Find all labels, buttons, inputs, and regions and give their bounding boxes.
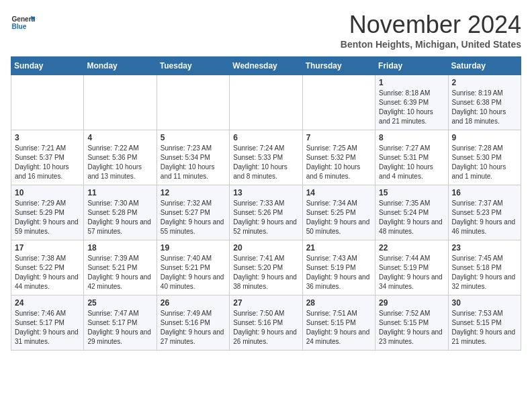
day-info: Sunrise: 7:27 AM Sunset: 5:31 PM Dayligh… xyxy=(379,144,444,181)
calendar-cell: 9Sunrise: 7:28 AM Sunset: 5:30 PM Daylig… xyxy=(448,130,521,185)
calendar-cell: 24Sunrise: 7:46 AM Sunset: 5:17 PM Dayli… xyxy=(11,295,84,351)
day-info: Sunrise: 7:23 AM Sunset: 5:34 PM Dayligh… xyxy=(161,144,226,181)
calendar-header-row: SundayMondayTuesdayWednesdayThursdayFrid… xyxy=(11,57,521,75)
header-sunday: Sunday xyxy=(11,57,84,75)
day-number: 29 xyxy=(379,298,444,308)
day-number: 30 xyxy=(452,298,517,308)
day-number: 11 xyxy=(87,188,152,197)
day-info: Sunrise: 7:45 AM Sunset: 5:18 PM Dayligh… xyxy=(452,254,517,291)
day-number: 7 xyxy=(306,133,371,142)
day-number: 4 xyxy=(87,133,152,142)
day-info: Sunrise: 7:46 AM Sunset: 5:17 PM Dayligh… xyxy=(15,309,80,347)
day-info: Sunrise: 7:53 AM Sunset: 5:15 PM Dayligh… xyxy=(452,309,517,347)
calendar-cell: 13Sunrise: 7:33 AM Sunset: 5:26 PM Dayli… xyxy=(230,185,302,240)
day-number: 1 xyxy=(379,78,444,87)
day-number: 13 xyxy=(233,188,298,197)
day-number: 9 xyxy=(452,133,517,142)
day-number: 3 xyxy=(15,133,80,142)
day-number: 22 xyxy=(379,243,444,253)
day-number: 21 xyxy=(306,243,371,253)
day-number: 23 xyxy=(452,243,517,253)
day-info: Sunrise: 7:47 AM Sunset: 5:17 PM Dayligh… xyxy=(87,309,152,347)
day-info: Sunrise: 7:52 AM Sunset: 5:15 PM Dayligh… xyxy=(379,309,444,347)
calendar-cell: 17Sunrise: 7:38 AM Sunset: 5:22 PM Dayli… xyxy=(11,240,84,295)
calendar-cell: 11Sunrise: 7:30 AM Sunset: 5:28 PM Dayli… xyxy=(84,185,157,240)
calendar-cell: 7Sunrise: 7:25 AM Sunset: 5:32 PM Daylig… xyxy=(302,130,375,185)
day-number: 25 xyxy=(87,298,152,308)
calendar-cell: 4Sunrise: 7:22 AM Sunset: 5:36 PM Daylig… xyxy=(84,130,157,185)
calendar-cell: 19Sunrise: 7:40 AM Sunset: 5:21 PM Dayli… xyxy=(157,240,229,295)
calendar-cell: 29Sunrise: 7:52 AM Sunset: 5:15 PM Dayli… xyxy=(375,295,448,351)
header-saturday: Saturday xyxy=(448,57,521,75)
calendar-cell: 6Sunrise: 7:24 AM Sunset: 5:33 PM Daylig… xyxy=(230,130,302,185)
calendar-cell: 16Sunrise: 7:37 AM Sunset: 5:23 PM Dayli… xyxy=(448,185,521,240)
day-number: 2 xyxy=(452,78,517,87)
day-number: 6 xyxy=(233,133,298,142)
calendar-cell: 2Sunrise: 8:19 AM Sunset: 6:38 PM Daylig… xyxy=(448,75,521,130)
day-info: Sunrise: 7:24 AM Sunset: 5:33 PM Dayligh… xyxy=(233,144,298,181)
calendar-table: SundayMondayTuesdayWednesdayThursdayFrid… xyxy=(11,56,521,351)
header-tuesday: Tuesday xyxy=(157,57,229,75)
calendar-cell: 8Sunrise: 7:27 AM Sunset: 5:31 PM Daylig… xyxy=(375,130,448,185)
day-info: Sunrise: 7:43 AM Sunset: 5:19 PM Dayligh… xyxy=(306,254,371,291)
header-wednesday: Wednesday xyxy=(230,57,302,75)
day-info: Sunrise: 7:35 AM Sunset: 5:24 PM Dayligh… xyxy=(379,199,444,236)
day-number: 20 xyxy=(233,243,298,253)
month-title: November 2024 xyxy=(341,11,521,39)
day-info: Sunrise: 8:19 AM Sunset: 6:38 PM Dayligh… xyxy=(452,89,517,126)
title-block: November 2024 Benton Heights, Michigan, … xyxy=(341,11,521,50)
day-info: Sunrise: 7:51 AM Sunset: 5:15 PM Dayligh… xyxy=(306,309,371,347)
logo: General Blue xyxy=(11,11,35,35)
day-info: Sunrise: 7:29 AM Sunset: 5:29 PM Dayligh… xyxy=(15,199,80,236)
day-number: 27 xyxy=(233,298,298,308)
day-info: Sunrise: 7:49 AM Sunset: 5:16 PM Dayligh… xyxy=(161,309,226,347)
day-info: Sunrise: 7:30 AM Sunset: 5:28 PM Dayligh… xyxy=(87,199,152,236)
calendar-cell: 14Sunrise: 7:34 AM Sunset: 5:25 PM Dayli… xyxy=(302,185,375,240)
day-number: 17 xyxy=(15,243,80,253)
day-info: Sunrise: 7:22 AM Sunset: 5:36 PM Dayligh… xyxy=(87,144,152,181)
day-info: Sunrise: 7:44 AM Sunset: 5:19 PM Dayligh… xyxy=(379,254,444,291)
day-info: Sunrise: 7:37 AM Sunset: 5:23 PM Dayligh… xyxy=(452,199,517,236)
calendar-week-row: 10Sunrise: 7:29 AM Sunset: 5:29 PM Dayli… xyxy=(11,185,521,240)
calendar-cell: 15Sunrise: 7:35 AM Sunset: 5:24 PM Dayli… xyxy=(375,185,448,240)
day-number: 18 xyxy=(87,243,152,253)
day-number: 8 xyxy=(379,133,444,142)
calendar-cell: 3Sunrise: 7:21 AM Sunset: 5:37 PM Daylig… xyxy=(11,130,84,185)
day-info: Sunrise: 7:50 AM Sunset: 5:16 PM Dayligh… xyxy=(233,309,298,347)
calendar-week-row: 1Sunrise: 8:18 AM Sunset: 6:39 PM Daylig… xyxy=(11,75,521,130)
day-info: Sunrise: 7:40 AM Sunset: 5:21 PM Dayligh… xyxy=(161,254,226,291)
day-info: Sunrise: 8:18 AM Sunset: 6:39 PM Dayligh… xyxy=(379,89,444,126)
day-info: Sunrise: 7:39 AM Sunset: 5:21 PM Dayligh… xyxy=(87,254,152,291)
calendar-cell: 23Sunrise: 7:45 AM Sunset: 5:18 PM Dayli… xyxy=(448,240,521,295)
calendar-cell: 22Sunrise: 7:44 AM Sunset: 5:19 PM Dayli… xyxy=(375,240,448,295)
calendar-cell: 25Sunrise: 7:47 AM Sunset: 5:17 PM Dayli… xyxy=(84,295,157,351)
day-number: 24 xyxy=(15,298,80,308)
day-info: Sunrise: 7:34 AM Sunset: 5:25 PM Dayligh… xyxy=(306,199,371,236)
day-number: 16 xyxy=(452,188,517,197)
day-number: 10 xyxy=(15,188,80,197)
calendar-week-row: 24Sunrise: 7:46 AM Sunset: 5:17 PM Dayli… xyxy=(11,295,521,351)
calendar-cell xyxy=(11,75,84,130)
day-number: 12 xyxy=(161,188,226,197)
day-info: Sunrise: 7:33 AM Sunset: 5:26 PM Dayligh… xyxy=(233,199,298,236)
calendar-cell: 27Sunrise: 7:50 AM Sunset: 5:16 PM Dayli… xyxy=(230,295,302,351)
calendar-cell: 5Sunrise: 7:23 AM Sunset: 5:34 PM Daylig… xyxy=(157,130,229,185)
svg-text:Blue: Blue xyxy=(11,23,26,30)
day-number: 14 xyxy=(306,188,371,197)
logo-icon: General Blue xyxy=(11,11,35,35)
header-monday: Monday xyxy=(84,57,157,75)
day-info: Sunrise: 7:21 AM Sunset: 5:37 PM Dayligh… xyxy=(15,144,80,181)
day-number: 28 xyxy=(306,298,371,308)
calendar-cell: 26Sunrise: 7:49 AM Sunset: 5:16 PM Dayli… xyxy=(157,295,229,351)
day-info: Sunrise: 7:28 AM Sunset: 5:30 PM Dayligh… xyxy=(452,144,517,181)
header-friday: Friday xyxy=(375,57,448,75)
location: Benton Heights, Michigan, United States xyxy=(341,39,521,50)
day-info: Sunrise: 7:32 AM Sunset: 5:27 PM Dayligh… xyxy=(161,199,226,236)
calendar-cell xyxy=(157,75,229,130)
calendar-cell: 30Sunrise: 7:53 AM Sunset: 5:15 PM Dayli… xyxy=(448,295,521,351)
calendar-week-row: 3Sunrise: 7:21 AM Sunset: 5:37 PM Daylig… xyxy=(11,130,521,185)
day-number: 26 xyxy=(161,298,226,308)
day-info: Sunrise: 7:41 AM Sunset: 5:20 PM Dayligh… xyxy=(233,254,298,291)
calendar-cell: 18Sunrise: 7:39 AM Sunset: 5:21 PM Dayli… xyxy=(84,240,157,295)
day-number: 5 xyxy=(161,133,226,142)
